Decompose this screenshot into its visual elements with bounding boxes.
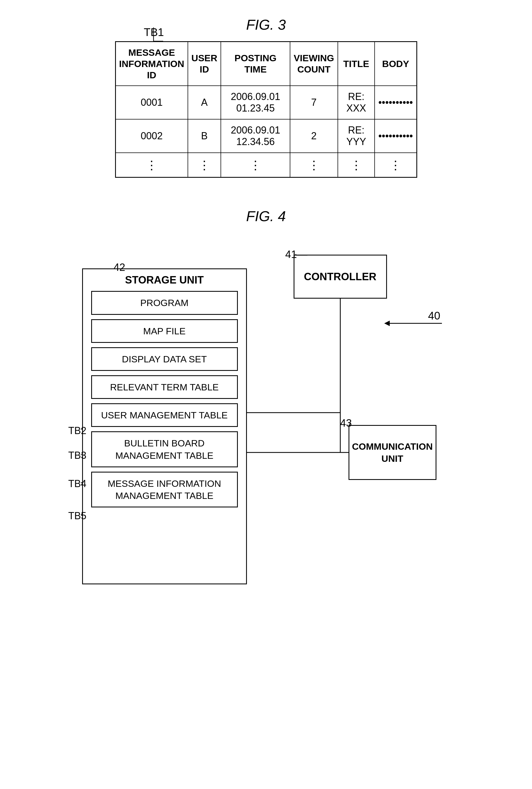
cell-viewing-count-2: 2 xyxy=(290,119,338,153)
cell-posting-time-1: 2006.09.01 01.23.45 xyxy=(221,86,290,119)
col-header-viewing-count: VIEWINGCOUNT xyxy=(290,42,338,86)
map-file-box: MAP FILE xyxy=(91,319,238,343)
label-40: 40 xyxy=(428,309,440,322)
label-tb3: TB3 xyxy=(69,450,87,461)
cell-user-id-1: A xyxy=(188,86,221,119)
tb1-arrow xyxy=(152,27,169,42)
cell-posting-time-2: 2006.09.01 12.34.56 xyxy=(221,119,290,153)
cell-ellipsis-5: ⋮ xyxy=(338,153,375,177)
fig3-title: FIG. 3 xyxy=(246,17,286,33)
fig4-section: FIG. 4 42 STORAGE UNIT PROGRAM MAP FILE … xyxy=(11,208,521,617)
col-header-posting-time: POSTING TIME xyxy=(221,42,290,86)
cell-body-1: •••••••••• xyxy=(375,86,417,119)
label-tb2: TB2 xyxy=(69,425,87,436)
label-tb4: TB4 xyxy=(69,478,87,490)
cell-ellipsis-2: ⋮ xyxy=(188,153,221,177)
cell-user-id-2: B xyxy=(188,119,221,153)
fig4-title: FIG. 4 xyxy=(246,208,286,224)
cell-ellipsis-6: ⋮ xyxy=(375,153,417,177)
user-management-table-box: USER MANAGEMENT TABLE xyxy=(91,403,238,427)
cell-ellipsis-1: ⋮ xyxy=(115,153,188,177)
cell-title-2: RE: YYY xyxy=(338,119,375,153)
controller-label: CONTROLLER xyxy=(304,271,377,283)
fig3-section: FIG. 3 TB1 MESSAGEINFORMATIONID USERID P… xyxy=(11,17,521,178)
controller-box: CONTROLLER xyxy=(293,255,387,299)
display-data-set-box: DISPLAY DATA SET xyxy=(91,347,238,371)
bulletin-board-box: BULLETIN BOARDMANAGEMENT TABLE xyxy=(91,431,238,467)
col-header-user-id: USERID xyxy=(188,42,221,86)
cell-viewing-count-1: 7 xyxy=(290,86,338,119)
label-tb5: TB5 xyxy=(69,510,87,522)
table-row-ellipsis: ⋮ ⋮ ⋮ ⋮ ⋮ ⋮ xyxy=(115,153,417,177)
table-row: 0001 A 2006.09.01 01.23.45 7 RE: XXX •••… xyxy=(115,86,417,119)
cell-msg-id-2: 0002 xyxy=(115,119,188,153)
col-header-body: BODY xyxy=(375,42,417,86)
cell-ellipsis-4: ⋮ xyxy=(290,153,338,177)
col-header-title: TITLE xyxy=(338,42,375,86)
cell-title-1: RE: XXX xyxy=(338,86,375,119)
communication-unit-label: COMMUNICATIONUNIT xyxy=(352,440,433,465)
storage-unit-box: STORAGE UNIT PROGRAM MAP FILE DISPLAY DA… xyxy=(82,268,247,584)
message-info-management-box: MESSAGE INFORMATIONMANAGEMENT TABLE xyxy=(91,472,238,507)
program-box: PROGRAM xyxy=(91,291,238,315)
relevant-term-table-box: RELEVANT TERM TABLE xyxy=(91,375,238,399)
cell-ellipsis-3: ⋮ xyxy=(221,153,290,177)
svg-marker-6 xyxy=(384,321,390,326)
fig3-table: MESSAGEINFORMATIONID USERID POSTING TIME… xyxy=(115,41,417,178)
col-header-msg-info-id: MESSAGEINFORMATIONID xyxy=(115,42,188,86)
communication-unit-box: COMMUNICATIONUNIT xyxy=(348,425,436,480)
fig4-diagram: 42 STORAGE UNIT PROGRAM MAP FILE DISPLAY… xyxy=(60,233,472,617)
cell-body-2: •••••••••• xyxy=(375,119,417,153)
table-row: 0002 B 2006.09.01 12.34.56 2 RE: YYY •••… xyxy=(115,119,417,153)
storage-unit-title: STORAGE UNIT xyxy=(125,274,204,286)
cell-msg-id-1: 0001 xyxy=(115,86,188,119)
